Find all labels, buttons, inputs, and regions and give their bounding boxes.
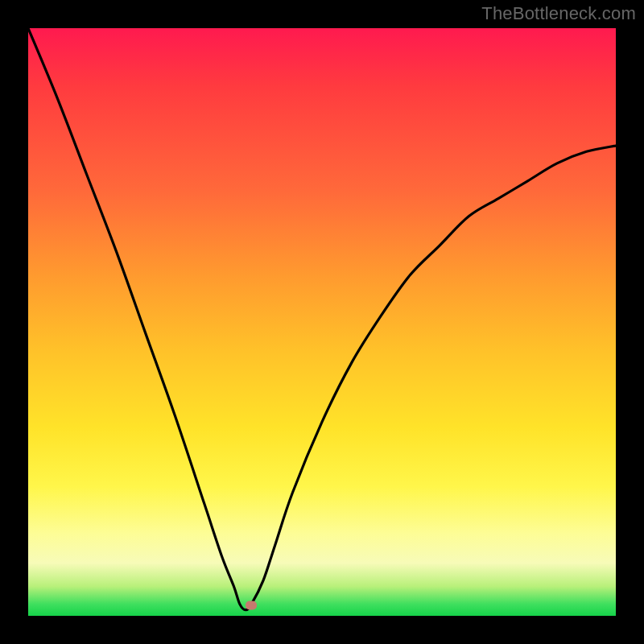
optimum-marker [246,601,257,609]
plot-area [28,28,616,616]
bottleneck-curve [28,28,616,616]
attribution-label: TheBottleneck.com [481,3,636,24]
chart-frame: TheBottleneck.com [0,0,644,644]
